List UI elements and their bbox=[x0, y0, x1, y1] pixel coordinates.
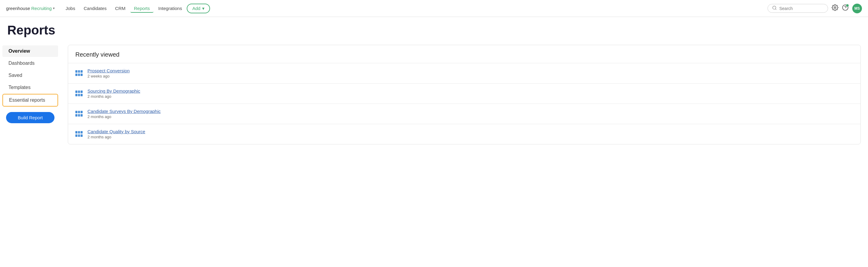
recently-viewed-panel: Recently viewed Prospect Conversion 2 we… bbox=[68, 45, 861, 144]
report-icon bbox=[75, 131, 83, 137]
logo-chevron-icon[interactable]: ▾ bbox=[53, 6, 55, 10]
add-button[interactable]: Add ▾ bbox=[187, 4, 210, 13]
report-icon bbox=[75, 70, 83, 76]
sidebar-item-essential-reports[interactable]: Essential reports bbox=[2, 94, 58, 107]
report-name[interactable]: Prospect Conversion bbox=[88, 68, 129, 73]
header-right: MS bbox=[768, 4, 862, 13]
search-container[interactable] bbox=[768, 4, 828, 13]
sidebar-item-saved[interactable]: Saved bbox=[2, 70, 58, 81]
content-area: Overview Dashboards Saved Templates Esse… bbox=[0, 42, 868, 147]
sidebar-item-dashboards[interactable]: Dashboards bbox=[2, 58, 58, 69]
report-time: 2 months ago bbox=[88, 94, 140, 99]
svg-line-1 bbox=[775, 9, 776, 10]
recently-viewed-title: Recently viewed bbox=[68, 45, 861, 63]
nav-item-jobs[interactable]: Jobs bbox=[62, 4, 79, 13]
page-title: Reports bbox=[0, 17, 868, 42]
report-row: Sourcing By Demographic 2 months ago bbox=[68, 83, 861, 103]
nav-item-integrations[interactable]: Integrations bbox=[155, 4, 186, 13]
report-info: Sourcing By Demographic 2 months ago bbox=[88, 88, 140, 99]
report-row: Candidate Surveys By Demographic 2 month… bbox=[68, 103, 861, 124]
main-nav: Jobs Candidates CRM Reports Integrations… bbox=[62, 4, 760, 13]
report-name[interactable]: Candidate Surveys By Demographic bbox=[88, 109, 161, 114]
svg-point-2 bbox=[834, 7, 836, 8]
report-row: Prospect Conversion 2 weeks ago bbox=[68, 63, 861, 83]
settings-icon[interactable] bbox=[832, 4, 838, 12]
report-icon bbox=[75, 90, 83, 96]
avatar[interactable]: MS bbox=[852, 4, 862, 13]
app-header: greenhouse Recruiting ▾ Jobs Candidates … bbox=[0, 0, 868, 17]
logo-recruiting-text: Recruiting bbox=[31, 6, 52, 11]
search-icon bbox=[772, 5, 777, 11]
report-name[interactable]: Sourcing By Demographic bbox=[88, 88, 140, 93]
build-report-button[interactable]: Build Report bbox=[6, 112, 55, 123]
sidebar-item-overview[interactable]: Overview bbox=[2, 46, 58, 57]
search-input[interactable] bbox=[779, 6, 822, 11]
report-info: Candidate Surveys By Demographic 2 month… bbox=[88, 109, 161, 119]
svg-point-0 bbox=[773, 6, 776, 9]
report-info: Prospect Conversion 2 weeks ago bbox=[88, 68, 129, 79]
nav-item-crm[interactable]: CRM bbox=[112, 4, 129, 13]
nav-item-candidates[interactable]: Candidates bbox=[80, 4, 110, 13]
report-time: 2 months ago bbox=[88, 135, 145, 139]
add-button-chevron-icon: ▾ bbox=[202, 6, 205, 11]
nav-item-reports[interactable]: Reports bbox=[130, 4, 154, 13]
add-button-label: Add bbox=[192, 6, 200, 11]
report-info: Candidate Quality by Source 2 months ago bbox=[88, 129, 145, 139]
help-icon[interactable] bbox=[842, 4, 849, 12]
sidebar: Overview Dashboards Saved Templates Esse… bbox=[0, 42, 61, 147]
report-name[interactable]: Candidate Quality by Source bbox=[88, 129, 145, 134]
notification-dot bbox=[846, 4, 849, 7]
report-icon bbox=[75, 111, 83, 117]
report-time: 2 months ago bbox=[88, 114, 161, 119]
report-time: 2 weeks ago bbox=[88, 74, 129, 79]
report-row: Candidate Quality by Source 2 months ago bbox=[68, 124, 861, 144]
main-content: Recently viewed Prospect Conversion 2 we… bbox=[61, 42, 868, 147]
logo[interactable]: greenhouse Recruiting ▾ bbox=[6, 6, 55, 11]
logo-greenhouse-text: greenhouse bbox=[6, 6, 30, 11]
sidebar-item-templates[interactable]: Templates bbox=[2, 82, 58, 93]
